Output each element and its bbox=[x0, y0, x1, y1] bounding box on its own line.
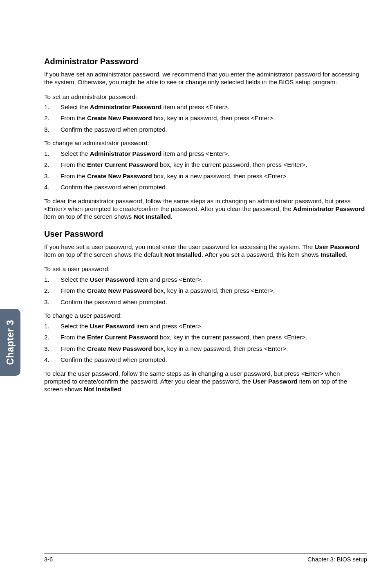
list-item: 1. Select the User Password item and pre… bbox=[44, 322, 367, 330]
step-text: Select the User Password item and press … bbox=[61, 322, 367, 330]
admin-change-steps: 1. Select the Administrator Password ite… bbox=[44, 150, 367, 191]
step-text: Select the Administrator Password item a… bbox=[61, 103, 367, 111]
admin-set-lead: To set an administrator password: bbox=[44, 93, 367, 101]
step-text: From the Enter Current Password box, key… bbox=[61, 333, 367, 341]
list-item: 2. From the Create New Password box, key… bbox=[44, 287, 367, 294]
step-text: Confirm the password when prompted. bbox=[61, 126, 367, 133]
admin-set-steps: 1. Select the Administrator Password ite… bbox=[44, 103, 367, 133]
list-item: 1. Select the User Password item and pre… bbox=[44, 276, 367, 283]
step-number: 3. bbox=[44, 345, 61, 352]
user-change-steps: 1. Select the User Password item and pre… bbox=[44, 322, 367, 364]
step-number: 1. bbox=[44, 103, 61, 111]
list-item: 3. From the Create New Password box, key… bbox=[44, 345, 367, 352]
step-number: 2. bbox=[44, 114, 61, 122]
step-text: Confirm the password when prompted. bbox=[61, 183, 367, 191]
step-number: 3. bbox=[44, 126, 61, 133]
footer-chapter: Chapter 3: BIOS setup bbox=[307, 556, 367, 563]
list-item: 3. Confirm the password when prompted. bbox=[44, 126, 367, 133]
page-number: 3-6 bbox=[44, 556, 53, 563]
list-item: 2. From the Create New Password box, key… bbox=[44, 114, 367, 122]
user-set-steps: 1. Select the User Password item and pre… bbox=[44, 276, 367, 306]
list-item: 3. From the Create New Password box, key… bbox=[44, 172, 367, 180]
admin-clear-note: To clear the administrator password, fol… bbox=[44, 197, 367, 221]
step-number: 4. bbox=[44, 183, 61, 191]
user-intro: If you have set a user password, you mus… bbox=[44, 243, 367, 259]
user-change-lead: To change a user password: bbox=[44, 312, 367, 319]
step-text: Select the User Password item and press … bbox=[61, 276, 367, 283]
admin-change-lead: To change an administrator password: bbox=[44, 139, 367, 147]
list-item: 1. Select the Administrator Password ite… bbox=[44, 150, 367, 157]
step-text: From the Create New Password box, key in… bbox=[61, 287, 367, 294]
step-text: From the Create New Password box, key in… bbox=[61, 114, 367, 122]
user-clear-note: To clear the user password, follow the s… bbox=[44, 370, 367, 393]
step-number: 2. bbox=[44, 161, 61, 168]
list-item: 4. Confirm the password when prompted. bbox=[44, 356, 367, 364]
chapter-side-tab-label: Chapter 3 bbox=[5, 320, 16, 365]
step-text: From the Create New Password box, key in… bbox=[61, 345, 367, 352]
step-text: Confirm the password when prompted. bbox=[61, 356, 367, 364]
page-footer: 3-6 Chapter 3: BIOS setup bbox=[44, 553, 367, 563]
step-number: 1. bbox=[44, 276, 61, 283]
step-number: 1. bbox=[44, 322, 61, 330]
page-content: Administrator Password If you have set a… bbox=[44, 56, 367, 400]
heading-user-password: User Password bbox=[44, 229, 367, 240]
step-number: 3. bbox=[44, 298, 61, 306]
step-number: 2. bbox=[44, 333, 61, 341]
step-number: 3. bbox=[44, 172, 61, 180]
list-item: 2. From the Enter Current Password box, … bbox=[44, 161, 367, 168]
list-item: 1. Select the Administrator Password ite… bbox=[44, 103, 367, 111]
heading-admin-password: Administrator Password bbox=[44, 56, 367, 67]
user-set-lead: To set a user password: bbox=[44, 265, 367, 273]
admin-intro: If you have set an administrator passwor… bbox=[44, 70, 367, 86]
list-item: 4. Confirm the password when prompted. bbox=[44, 183, 367, 191]
list-item: 3. Confirm the password when prompted. bbox=[44, 298, 367, 306]
step-text: From the Create New Password box, key in… bbox=[61, 172, 367, 180]
step-text: Confirm the password when prompted. bbox=[61, 298, 367, 306]
list-item: 2. From the Enter Current Password box, … bbox=[44, 333, 367, 341]
step-number: 4. bbox=[44, 356, 61, 364]
step-text: From the Enter Current Password box, key… bbox=[61, 161, 367, 168]
chapter-side-tab: Chapter 3 bbox=[0, 309, 20, 376]
step-number: 2. bbox=[44, 287, 61, 294]
step-text: Select the Administrator Password item a… bbox=[61, 150, 367, 157]
step-number: 1. bbox=[44, 150, 61, 157]
